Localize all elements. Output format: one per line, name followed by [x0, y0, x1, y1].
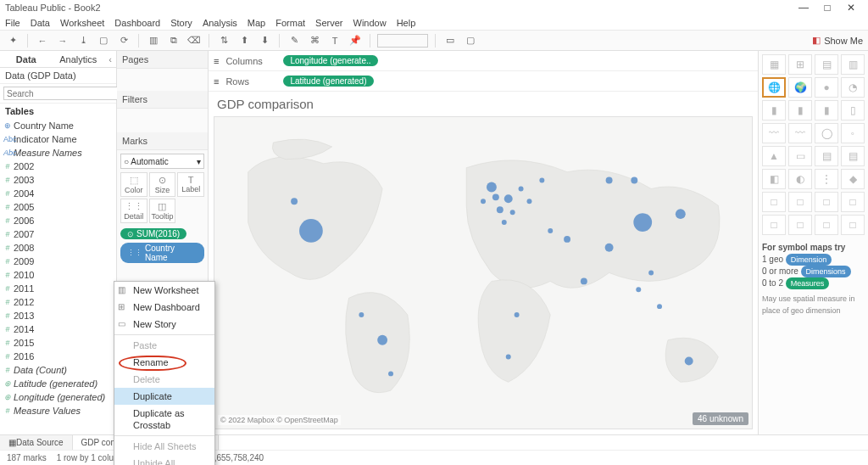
showme-chart-option[interactable]: ◆: [841, 169, 865, 189]
field-item[interactable]: #2010: [0, 268, 116, 282]
menu-data[interactable]: Data: [31, 18, 50, 28]
ctx-item-new-dashboard[interactable]: ⊞New Dashboard: [114, 299, 214, 316]
field-item[interactable]: #2004: [0, 187, 116, 200]
showme-chart-option[interactable]: 〰: [788, 123, 812, 143]
showme-chart-option[interactable]: □: [841, 215, 865, 235]
clear-button[interactable]: ⌫: [186, 33, 202, 48]
menu-dashboard[interactable]: Dashboard: [114, 18, 160, 28]
showme-chart-option[interactable]: ▮: [815, 100, 838, 120]
logo-icon[interactable]: ✦: [5, 33, 20, 48]
rows-pill-latitude[interactable]: Latitude (generated): [283, 76, 373, 87]
menu-window[interactable]: Window: [353, 18, 387, 28]
showme-chart-option[interactable]: ▲: [762, 146, 786, 166]
showme-chart-option[interactable]: ▦: [762, 54, 786, 75]
new-worksheet-button[interactable]: ▥: [146, 33, 161, 48]
cards-toggle-button[interactable]: ▢: [463, 33, 478, 48]
field-item[interactable]: ⊕Country Name: [0, 119, 116, 132]
showme-chart-option[interactable]: ◔: [841, 77, 865, 98]
tab-analytics[interactable]: Analytics: [53, 51, 105, 67]
field-item[interactable]: ⊕Longitude (generated): [0, 390, 116, 404]
search-input[interactable]: [3, 87, 118, 100]
marks-detail[interactable]: ⋮⋮Detail: [120, 199, 147, 223]
showme-chart-option[interactable]: ◦: [841, 123, 865, 143]
showme-chart-option[interactable]: 🌍: [788, 77, 812, 98]
field-item[interactable]: #2016: [0, 350, 116, 363]
field-item[interactable]: #2014: [0, 322, 116, 336]
marks-tooltip[interactable]: ◫Tooltip: [149, 199, 176, 223]
pin-button[interactable]: 📌: [348, 33, 363, 48]
close-button[interactable]: ✕: [839, 2, 863, 14]
field-item[interactable]: #2006: [0, 214, 116, 227]
filters-shelf[interactable]: Filters: [117, 91, 208, 109]
menu-help[interactable]: Help: [397, 18, 416, 28]
datasource-row[interactable]: Data (GDP Data): [0, 68, 116, 84]
mark-type-selector[interactable]: ○ Automatic▾: [120, 154, 204, 169]
showme-chart-option[interactable]: ▤: [815, 54, 838, 75]
showme-chart-option[interactable]: ▮: [788, 100, 812, 120]
showme-chart-option[interactable]: ▤: [815, 146, 838, 166]
field-item[interactable]: #2005: [0, 200, 116, 214]
highlight-button[interactable]: ✎: [287, 33, 302, 48]
field-item[interactable]: #2013: [0, 309, 116, 322]
showme-chart-option[interactable]: ⋮: [815, 169, 838, 189]
ctx-item-duplicate[interactable]: Duplicate: [114, 388, 214, 405]
ctx-item-duplicate-as-crosstab[interactable]: Duplicate as Crosstab: [114, 405, 214, 434]
field-item[interactable]: ⊕Latitude (generated): [0, 377, 116, 390]
viz-title[interactable]: GDP comparison: [209, 92, 758, 116]
ctx-item-rename[interactable]: Rename: [114, 354, 214, 371]
menu-analysis[interactable]: Analysis: [203, 18, 237, 28]
showme-chart-option[interactable]: ⊞: [788, 54, 812, 75]
showme-chart-option[interactable]: □: [762, 192, 786, 212]
duplicate-button[interactable]: ⧉: [166, 33, 181, 48]
tab-data[interactable]: Data: [0, 51, 53, 67]
showme-chart-option[interactable]: □: [841, 192, 865, 212]
showme-chart-option[interactable]: ▤: [841, 146, 865, 166]
rows-shelf[interactable]: ≡ Rows Latitude (generated): [209, 71, 758, 92]
unknown-indicator[interactable]: 46 unknown: [693, 412, 748, 425]
field-item[interactable]: #2011: [0, 282, 116, 295]
ctx-item-new-worksheet[interactable]: ▥New Worksheet: [114, 282, 214, 299]
field-item[interactable]: #Data (Count): [0, 363, 116, 377]
field-item[interactable]: #2015: [0, 336, 116, 350]
sort-desc-button[interactable]: ⬇: [257, 33, 272, 48]
field-item[interactable]: AbcMeasure Names: [0, 146, 116, 160]
showme-chart-option[interactable]: □: [788, 215, 812, 235]
ctx-item-new-story[interactable]: ▭New Story: [114, 316, 214, 333]
field-item[interactable]: #Measure Values: [0, 404, 116, 417]
menu-format[interactable]: Format: [275, 18, 305, 28]
field-item[interactable]: #2003: [0, 173, 116, 187]
pill-detail-country[interactable]: ⋮⋮Country Name: [120, 243, 204, 263]
showme-chart-option[interactable]: □: [815, 192, 838, 212]
field-item[interactable]: #2009: [0, 255, 116, 268]
showme-chart-option[interactable]: □: [815, 215, 838, 235]
forward-button[interactable]: →: [55, 33, 70, 48]
showme-chart-option[interactable]: ▯: [841, 100, 865, 120]
showme-chart-option[interactable]: □: [788, 192, 812, 212]
field-item[interactable]: #2012: [0, 295, 116, 309]
new-datasource-button[interactable]: ▢: [96, 33, 111, 48]
field-item[interactable]: AbcIndicator Name: [0, 132, 116, 146]
showme-chart-option[interactable]: ▮: [762, 100, 786, 120]
pages-shelf[interactable]: Pages: [117, 51, 208, 69]
map-viz[interactable]: © 2022 Mapbox © OpenStreetMap 46 unknown: [214, 116, 753, 429]
back-button[interactable]: ←: [35, 33, 50, 48]
tab-datasource[interactable]: ▦ Data Source: [0, 435, 73, 450]
maximize-button[interactable]: □: [815, 2, 839, 14]
group-button[interactable]: ⌘: [307, 33, 322, 48]
swap-button[interactable]: ⇅: [216, 33, 231, 48]
fit-selector[interactable]: [377, 34, 428, 48]
marks-size[interactable]: ⊙Size: [149, 172, 176, 197]
columns-shelf[interactable]: ≡ Columns Longitude (generate..: [209, 51, 758, 71]
field-item[interactable]: #2002: [0, 160, 116, 173]
menu-worksheet[interactable]: Worksheet: [60, 18, 104, 28]
save-button[interactable]: ⤓: [75, 33, 91, 48]
menu-file[interactable]: File: [5, 18, 20, 28]
showme-chart-option[interactable]: 🌐: [762, 77, 786, 98]
presentation-button[interactable]: ▭: [442, 33, 458, 48]
showme-chart-option[interactable]: ▥: [841, 54, 865, 75]
refresh-button[interactable]: ⟳: [116, 33, 131, 48]
marks-color[interactable]: ⬚Color: [120, 172, 147, 197]
label-toggle-button[interactable]: T: [327, 33, 342, 48]
collapse-pane-button[interactable]: ‹: [104, 51, 116, 67]
menu-story[interactable]: Story: [170, 18, 192, 28]
